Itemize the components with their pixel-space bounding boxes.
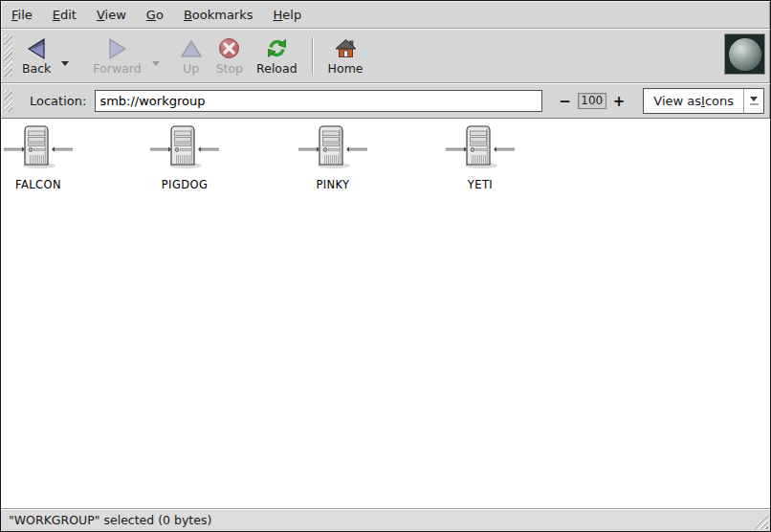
zoom-level-indicator: 100: [578, 93, 606, 109]
forward-history-dropdown[interactable]: [148, 32, 164, 80]
toolbar-drag-handle[interactable]: [4, 34, 12, 78]
zoom-in-button[interactable]: +: [608, 93, 630, 110]
server-icon: [148, 123, 221, 174]
location-label: Location:: [30, 94, 86, 108]
forward-icon: [106, 35, 129, 61]
server-label: YETI: [468, 178, 493, 191]
dropdown-arrow-icon: [743, 89, 763, 113]
server-item-yeti[interactable]: YETI: [428, 123, 533, 191]
locationbar-drag-handle[interactable]: [4, 90, 12, 112]
server-label: PINKY: [316, 178, 349, 191]
stop-button[interactable]: Stop: [209, 32, 250, 80]
stop-label: Stop: [216, 61, 243, 77]
stop-icon: [218, 35, 240, 61]
reload-label: Reload: [256, 61, 297, 77]
chevron-down-icon: [152, 61, 160, 66]
server-label: PIGDOG: [162, 178, 208, 191]
zoom-out-button[interactable]: −: [554, 93, 576, 110]
server-item-pigdog[interactable]: PIGDOG: [132, 123, 237, 191]
server-label: FALCON: [15, 178, 61, 191]
menu-view[interactable]: View: [97, 6, 126, 24]
statusbar: "WORKGROUP" selected (0 bytes): [1, 508, 770, 531]
back-label: Back: [22, 61, 51, 77]
up-icon: [180, 35, 203, 61]
menu-go[interactable]: Go: [146, 6, 164, 24]
file-manager-window: File Edit View Go Bookmarks Help Back: [0, 0, 771, 532]
location-input[interactable]: [95, 90, 542, 112]
back-icon: [25, 35, 48, 61]
menu-bookmarks[interactable]: Bookmarks: [184, 6, 253, 24]
throbber-sphere-icon: [729, 38, 761, 71]
resize-grip[interactable]: [754, 515, 768, 529]
view-as-prefix: View as: [653, 94, 701, 108]
toolbar-separator: [312, 37, 314, 75]
server-icon: [2, 123, 75, 174]
server-icon: [444, 123, 517, 174]
server-icon: [297, 123, 369, 174]
server-item-pinky[interactable]: PINKY: [280, 123, 386, 191]
chevron-down-icon: [61, 61, 69, 66]
menu-edit[interactable]: Edit: [53, 6, 77, 24]
view-as-word: Icons: [701, 94, 734, 108]
menu-help[interactable]: Help: [274, 6, 302, 24]
home-icon: [334, 35, 358, 61]
forward-label: Forward: [93, 61, 141, 77]
reload-button[interactable]: Reload: [250, 32, 304, 80]
menu-file[interactable]: File: [11, 6, 33, 24]
menubar: File Edit View Go Bookmarks Help: [1, 1, 770, 28]
up-button[interactable]: Up: [173, 32, 209, 80]
view-as-dropdown[interactable]: View as Icons: [643, 88, 764, 114]
server-item-falcon[interactable]: FALCON: [1, 123, 91, 191]
icon-view[interactable]: FALCON PIGDOG: [1, 118, 770, 508]
reload-icon: [265, 35, 289, 61]
throbber: [724, 33, 765, 75]
home-label: Home: [328, 61, 363, 77]
back-button[interactable]: Back: [15, 32, 57, 80]
up-label: Up: [183, 61, 199, 77]
statusbar-text: "WORKGROUP" selected (0 bytes): [9, 513, 211, 527]
home-button[interactable]: Home: [321, 32, 370, 80]
toolbar: Back Forward Up: [1, 30, 770, 82]
location-bar: Location: − 100 + View as Icons: [1, 84, 770, 118]
forward-button[interactable]: Forward: [86, 32, 147, 80]
back-history-dropdown[interactable]: [57, 32, 73, 80]
view-as-label: View as Icons: [644, 89, 743, 113]
